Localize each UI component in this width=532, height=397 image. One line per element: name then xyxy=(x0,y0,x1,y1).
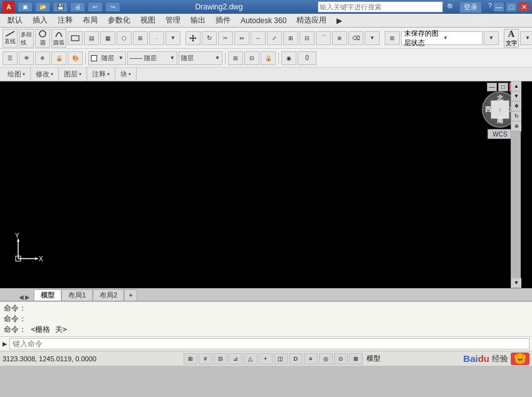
fillet-tool-button[interactable]: ⌒ xyxy=(316,31,331,45)
offset-tool-button[interactable]: ⊟ xyxy=(300,31,315,45)
tab-add-button[interactable]: + xyxy=(124,289,137,301)
layer-color-button[interactable]: 🎨 xyxy=(68,51,83,65)
line-tool-button[interactable]: 直线 xyxy=(3,29,18,48)
tab-layout2[interactable]: 布局2 xyxy=(93,289,124,301)
circle-tool-button[interactable]: 圆 xyxy=(35,29,50,48)
lineweight-dropdown[interactable]: 随层 ▼ xyxy=(179,51,222,65)
gradient-tool-button[interactable]: ▦ xyxy=(100,31,115,45)
section-draw[interactable]: 绘图 ▾ xyxy=(3,68,31,81)
arc-tool-button[interactable]: 圆弧 xyxy=(51,29,66,48)
menu-more[interactable]: ▶ xyxy=(331,14,347,27)
layer-more-button[interactable]: ▼ xyxy=(484,31,499,45)
autocad-logo-icon[interactable]: A xyxy=(3,1,15,13)
layer-manager-button[interactable]: ⊞ xyxy=(385,31,400,45)
layer-freeze-button[interactable]: ❄ xyxy=(35,51,50,65)
osnap-button[interactable]: △ xyxy=(244,353,258,364)
region-tool-button[interactable]: ⬡ xyxy=(117,31,132,45)
anno-lock-button[interactable]: 🔒 xyxy=(261,51,276,65)
close-button[interactable]: ✕ xyxy=(518,2,529,12)
menu-parametric[interactable]: 参数化 xyxy=(103,14,135,27)
snap-button[interactable]: ⊞ xyxy=(184,353,197,364)
table-tool-button[interactable]: ⊞ xyxy=(133,31,148,45)
anno-visibility-button[interactable]: ⊟ xyxy=(244,51,259,65)
menu-featured[interactable]: 精选应用 xyxy=(291,14,331,27)
layer-isolate-button[interactable]: 👁 xyxy=(19,51,34,65)
move-tool-button[interactable] xyxy=(185,31,201,45)
menu-insert[interactable]: 插入 xyxy=(28,14,53,27)
model-status-label[interactable]: 模型 xyxy=(367,354,380,363)
layer-state-button[interactable]: ☰ xyxy=(3,51,18,65)
help-icon[interactable]: ? xyxy=(488,2,492,12)
menu-autodesk360[interactable]: Autodesk 360 xyxy=(236,14,291,27)
layer-dropdown[interactable]: 未保存的图层状态 ▼ xyxy=(401,31,482,45)
linetype-dropdown[interactable]: —— 随层 ▼ xyxy=(127,51,177,65)
extents-button[interactable]: ⊕ xyxy=(511,121,521,131)
qs-button[interactable]: ⊙ xyxy=(334,353,348,364)
erase-tool-button[interactable]: ⌫ xyxy=(348,31,363,45)
polar-button[interactable]: ⊿ xyxy=(229,353,243,364)
restore-button[interactable]: □ xyxy=(506,2,517,12)
grid-button[interactable]: # xyxy=(199,353,212,364)
lw-button[interactable]: ≡ xyxy=(304,353,318,364)
modify-more-button[interactable]: ▼ xyxy=(365,31,380,45)
array-tool-button[interactable]: ⊞ xyxy=(283,31,298,45)
drawing-restore-button[interactable]: □ xyxy=(498,83,508,91)
search-wrapper[interactable] xyxy=(318,1,443,13)
scale-tool-button[interactable]: ⤢ xyxy=(267,31,282,45)
save-file-button[interactable]: 💾 xyxy=(53,2,68,12)
search-input[interactable] xyxy=(320,3,432,11)
ortho-button[interactable]: ⊟ xyxy=(214,353,227,364)
tpt-button[interactable]: ◎ xyxy=(319,353,333,364)
redo-button[interactable]: ↪ xyxy=(105,2,120,12)
zoom-in-button[interactable]: ▲ xyxy=(511,81,521,91)
rotate-tool-button[interactable]: ↻ xyxy=(202,31,217,45)
minimize-button[interactable]: — xyxy=(493,2,504,12)
explode-tool-button[interactable]: ⊗ xyxy=(332,31,347,45)
drawing-minimize-button[interactable]: — xyxy=(487,83,497,91)
rectangle-tool-button[interactable] xyxy=(68,31,83,45)
menu-view[interactable]: 视图 xyxy=(135,14,160,27)
otrack-button[interactable]: + xyxy=(259,353,273,364)
layer-lock-button[interactable]: 🔒 xyxy=(51,51,66,65)
section-block[interactable]: 块 ▾ xyxy=(115,68,137,81)
scroll-down-button[interactable]: ▼ xyxy=(511,278,521,288)
section-modify[interactable]: 修改 ▾ xyxy=(31,68,59,81)
obj-color-dropdown[interactable]: 随层 ▼ xyxy=(88,51,126,65)
section-annotation[interactable]: 注释 ▾ xyxy=(87,68,115,81)
sel-button[interactable]: ⊠ xyxy=(349,353,363,364)
section-layer[interactable]: 图层 ▾ xyxy=(59,68,87,81)
new-file-button[interactable]: ▣ xyxy=(18,2,33,12)
tab-layout1[interactable]: 布局1 xyxy=(61,289,93,301)
trim-tool-button[interactable]: ✂ xyxy=(218,31,233,45)
point-tool-button[interactable]: · xyxy=(149,31,164,45)
menu-output[interactable]: 输出 xyxy=(185,14,211,27)
zoom-out-button[interactable]: ▼ xyxy=(511,91,521,101)
linenumber-field[interactable]: ◉ xyxy=(281,51,296,65)
print-button[interactable]: 🖨 xyxy=(70,2,85,12)
menu-plugins[interactable]: 插件 xyxy=(211,14,236,27)
login-button[interactable]: 登录 xyxy=(459,1,482,13)
number-value[interactable]: 0 xyxy=(298,51,316,65)
anno-scale-button[interactable]: ⊞ xyxy=(228,51,243,65)
menu-layout[interactable]: 布局 xyxy=(78,14,103,27)
menu-default[interactable]: 默认 xyxy=(3,14,28,27)
draw-more-button[interactable]: ▼ xyxy=(165,31,180,45)
stretch-tool-button[interactable]: ↔ xyxy=(251,31,266,45)
menu-annotation[interactable]: 注释 xyxy=(53,14,78,27)
text-tool-button[interactable]: A 文字 xyxy=(504,29,519,48)
menu-manage[interactable]: 管理 xyxy=(160,14,185,27)
tab-prev-button[interactable]: ◀ xyxy=(19,294,24,301)
tab-next-button[interactable]: ▶ xyxy=(25,294,30,301)
hatch-tool-button[interactable]: ▤ xyxy=(84,31,99,45)
dynucs-button[interactable]: ◫ xyxy=(274,353,288,364)
undo-button[interactable]: ↩ xyxy=(88,2,103,12)
text-more-button[interactable]: ▼ xyxy=(520,31,532,45)
command-input[interactable] xyxy=(9,338,529,349)
orbit-button[interactable]: ↻ xyxy=(511,111,521,121)
pan-button[interactable]: ✥ xyxy=(511,101,521,111)
open-file-button[interactable]: 📂 xyxy=(35,2,50,12)
tab-model[interactable]: 模型 xyxy=(34,289,61,301)
drawing-area[interactable]: — □ ✕ X Y xyxy=(0,81,532,288)
mirror-tool-button[interactable]: ⇔ xyxy=(234,31,249,45)
wcs-button[interactable]: WCS xyxy=(488,129,513,139)
